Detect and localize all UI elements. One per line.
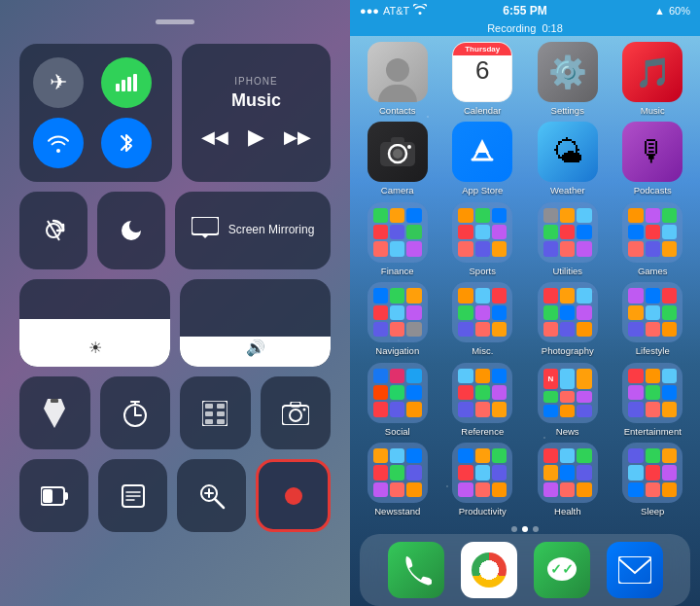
next-track-button[interactable]: ▶▶ bbox=[284, 126, 311, 148]
app-weather[interactable]: 🌤 Weather bbox=[528, 122, 608, 196]
music-controls: ◀◀ ▶ ▶▶ bbox=[201, 125, 311, 150]
recording-time: 0:18 bbox=[542, 22, 562, 34]
app-label-camera: Camera bbox=[381, 185, 414, 196]
app-folder-news[interactable]: N News bbox=[528, 363, 608, 437]
app-folder-reference[interactable]: Reference bbox=[443, 363, 523, 437]
music-player-box: IPHONE Music ◀◀ ▶ ▶▶ bbox=[182, 44, 331, 182]
screen-mirroring-label: Screen Mirroring bbox=[228, 223, 315, 238]
app-folder-newsstand[interactable]: Newsstand bbox=[358, 443, 438, 517]
app-podcasts[interactable]: 🎙 Podcasts bbox=[613, 122, 693, 196]
iphone-home-screen: ●●● AT&T 6:55 PM ▲ 60% Recording 0:18 bbox=[350, 0, 700, 606]
app-folder-lifestyle[interactable]: Lifestyle bbox=[613, 282, 693, 356]
dock-app-phone[interactable] bbox=[388, 542, 444, 598]
svg-rect-0 bbox=[116, 84, 120, 91]
app-folder-entertainment[interactable]: Entertainment bbox=[613, 363, 693, 437]
svg-point-36 bbox=[285, 487, 302, 505]
app-folder-games[interactable]: Games bbox=[613, 202, 693, 276]
volume-slider[interactable]: 🔊 bbox=[180, 279, 331, 367]
page-dots bbox=[350, 522, 700, 534]
timer-button[interactable] bbox=[100, 376, 171, 449]
app-label-news: News bbox=[556, 426, 579, 437]
dock-app-chrome[interactable] bbox=[461, 542, 517, 598]
app-label-social: Social bbox=[385, 426, 410, 437]
app-folder-navigation[interactable]: Navigation bbox=[358, 282, 438, 356]
app-folder-sleep[interactable]: Sleep bbox=[613, 443, 693, 517]
app-folder-utilities[interactable]: Utilities bbox=[528, 202, 608, 276]
status-time: 6:55 PM bbox=[503, 4, 546, 18]
svg-rect-2 bbox=[127, 77, 131, 91]
app-contacts[interactable]: Contacts bbox=[358, 42, 438, 116]
airplane-mode-button[interactable]: ✈ bbox=[33, 57, 84, 108]
svg-rect-17 bbox=[205, 411, 213, 416]
svg-text:✓✓: ✓✓ bbox=[550, 561, 574, 577]
calculator-button[interactable] bbox=[180, 376, 251, 449]
app-appstore[interactable]: App Store bbox=[443, 122, 523, 196]
location-icon: ▲ bbox=[654, 5, 665, 17]
app-camera[interactable]: Camera bbox=[358, 122, 438, 196]
screen-mirroring-button[interactable]: Screen Mirroring bbox=[175, 192, 331, 269]
camera-shortcut-button[interactable] bbox=[261, 376, 332, 449]
volume-icon: 🔊 bbox=[246, 339, 265, 357]
app-folder-photography[interactable]: Photography bbox=[528, 282, 608, 356]
dock-app-messages[interactable]: ✓✓ bbox=[534, 542, 590, 598]
wifi-icon bbox=[413, 4, 427, 17]
app-folder-misc[interactable]: Misc. bbox=[443, 282, 523, 356]
zoom-button[interactable] bbox=[177, 459, 246, 532]
page-dot-3 bbox=[533, 526, 539, 532]
battery-button[interactable] bbox=[19, 459, 88, 532]
app-label-sleep: Sleep bbox=[641, 506, 664, 517]
screen-mirror-icon bbox=[192, 217, 219, 244]
svg-line-33 bbox=[215, 499, 224, 508]
svg-rect-15 bbox=[205, 404, 213, 409]
app-label-productivity: Productivity bbox=[459, 506, 507, 517]
svg-marker-7 bbox=[44, 399, 65, 428]
app-label-appstore: App Store bbox=[462, 185, 503, 196]
app-label-games: Games bbox=[638, 266, 668, 276]
svg-point-24 bbox=[302, 408, 305, 410]
screen-record-button[interactable] bbox=[256, 459, 331, 532]
prev-track-button[interactable]: ◀◀ bbox=[201, 126, 228, 148]
app-folder-health[interactable]: Health bbox=[528, 443, 608, 517]
brightness-slider[interactable]: ☀ bbox=[19, 279, 170, 367]
app-folder-sports[interactable]: Sports bbox=[443, 202, 523, 276]
app-folder-productivity[interactable]: Productivity bbox=[443, 443, 523, 517]
recording-label: Recording bbox=[487, 22, 536, 34]
app-folder-social[interactable]: Social bbox=[358, 363, 438, 437]
app-label-navigation: Navigation bbox=[375, 345, 419, 356]
notes-button[interactable] bbox=[98, 459, 167, 532]
apps-grid: Contacts Thursday 6 Calendar ⚙️ Settings… bbox=[350, 36, 700, 522]
play-pause-button[interactable]: ▶ bbox=[248, 125, 264, 150]
quick-actions-row-1 bbox=[19, 376, 331, 449]
bluetooth-button[interactable] bbox=[101, 118, 152, 168]
app-label-utilities: Utilities bbox=[552, 266, 582, 276]
screen-rotation-button[interactable] bbox=[19, 192, 88, 269]
app-label-misc: Misc. bbox=[472, 345, 493, 356]
cellular-button[interactable] bbox=[101, 57, 152, 108]
svg-point-39 bbox=[393, 149, 402, 159]
app-music[interactable]: 🎵 Music bbox=[613, 42, 693, 116]
app-label-entertainment: Entertainment bbox=[624, 426, 682, 437]
wifi-button[interactable] bbox=[33, 118, 84, 168]
app-label-podcasts: Podcasts bbox=[634, 185, 672, 196]
drag-indicator bbox=[156, 19, 194, 24]
dock-app-mail[interactable] bbox=[607, 542, 663, 598]
app-label-lifestyle: Lifestyle bbox=[636, 345, 670, 356]
app-label-newsstand: Newsstand bbox=[374, 506, 420, 517]
page-dot-2 bbox=[522, 526, 528, 532]
music-title: Music bbox=[231, 90, 281, 111]
flashlight-button[interactable] bbox=[19, 376, 90, 449]
svg-rect-47 bbox=[618, 556, 651, 584]
svg-rect-8 bbox=[51, 399, 58, 403]
svg-rect-3 bbox=[133, 74, 137, 91]
svg-point-41 bbox=[407, 145, 411, 149]
app-settings[interactable]: ⚙️ Settings bbox=[528, 42, 608, 116]
signal-bars: ●●● bbox=[360, 5, 379, 17]
calendar-date-number: 6 bbox=[475, 57, 489, 83]
connectivity-box: ✈ bbox=[19, 44, 172, 182]
app-dock: ✓✓ bbox=[360, 534, 690, 606]
app-calendar[interactable]: Thursday 6 Calendar bbox=[443, 42, 523, 116]
status-left: ●●● AT&T bbox=[360, 4, 427, 17]
svg-point-22 bbox=[290, 410, 301, 421]
do-not-disturb-button[interactable] bbox=[97, 192, 165, 269]
app-folder-finance[interactable]: Finance bbox=[358, 202, 438, 276]
